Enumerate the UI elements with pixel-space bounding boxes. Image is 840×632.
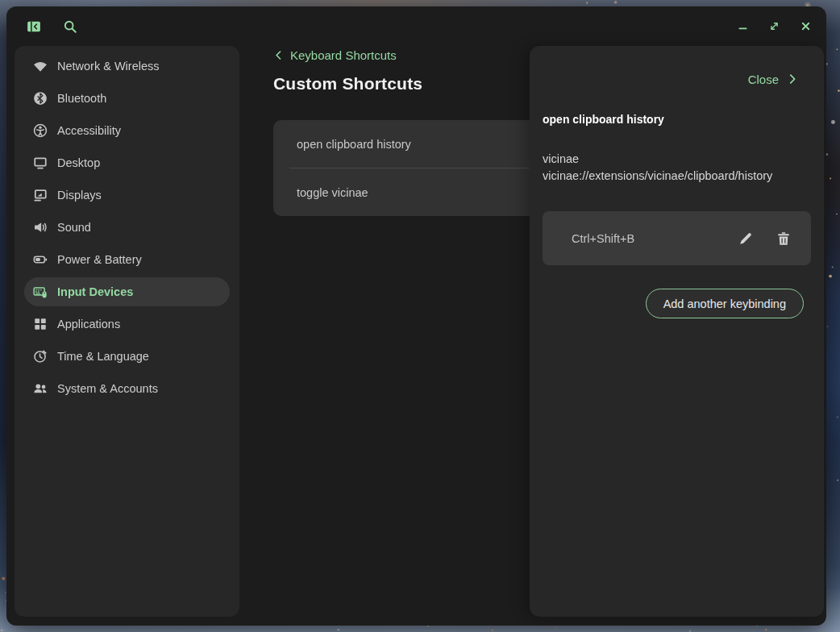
sound-icon (33, 220, 48, 235)
keybinding-row: Ctrl+Shift+B (543, 211, 811, 265)
drawer-close-button[interactable]: Close (543, 70, 798, 88)
search-icon[interactable] (63, 19, 77, 34)
edit-keybinding-button[interactable] (738, 231, 754, 247)
sidebar-item-label: Time & Language (57, 350, 149, 363)
add-keybinding-button[interactable]: Add another keybinding (646, 289, 804, 318)
displays-icon (33, 188, 48, 202)
sidebar-item-label: Sound (57, 221, 91, 234)
chevron-right-icon (787, 73, 798, 85)
sidebar-item-label: Applications (57, 318, 120, 331)
sidebar-item-power-battery[interactable]: Power & Battery (24, 245, 230, 274)
shortcut-row-label: toggle vicinae (297, 186, 368, 199)
main-content: Keyboard Shortcuts Custom Shortcuts open… (273, 46, 563, 216)
settings-window: Network & WirelessBluetoothAccessibility… (6, 6, 826, 626)
bluetooth-icon (33, 91, 48, 106)
sidebar-item-network-wireless[interactable]: Network & Wireless (24, 52, 230, 81)
delete-keybinding-button[interactable] (776, 231, 792, 247)
accessibility-icon (33, 123, 48, 138)
sidebar-item-time-language[interactable]: Time & Language (24, 342, 230, 371)
sidebar-item-label: Input Devices (57, 285, 133, 298)
apps-grid-icon (33, 317, 48, 331)
sidebar-item-displays[interactable]: Displays (24, 181, 230, 210)
sidebar-item-label: Accessibility (57, 124, 121, 137)
keyboard-icon (33, 285, 48, 299)
shortcut-command-text: vicinae vicinae://extensions/vicinae/cli… (543, 151, 797, 185)
sidebar-item-bluetooth[interactable]: Bluetooth (24, 84, 230, 113)
sidebar-item-label: Desktop (57, 156, 100, 169)
chevron-left-icon (273, 50, 284, 60)
shortcut-row-label: open clipboard history (297, 138, 411, 151)
desktop-icon (33, 156, 48, 170)
sidebar-item-sound[interactable]: Sound (24, 213, 230, 242)
sidebar-nav: Network & WirelessBluetoothAccessibility… (15, 46, 239, 617)
sidebar-item-desktop[interactable]: Desktop (24, 148, 230, 177)
sidebar-toggle-icon[interactable] (27, 19, 41, 34)
close-label: Close (748, 73, 779, 86)
sidebar-item-system-accounts[interactable]: System & Accounts (24, 374, 230, 403)
sidebar-item-label: Power & Battery (57, 253, 142, 266)
sidebar-item-label: System & Accounts (57, 382, 158, 395)
sidebar-item-label: Network & Wireless (57, 60, 160, 73)
pencil-icon (738, 231, 754, 247)
shortcut-row-toggle-vicinae[interactable]: toggle vicinae (273, 168, 555, 216)
minimize-button[interactable] (737, 20, 749, 32)
clock-icon (33, 349, 48, 364)
wifi-icon (33, 59, 48, 73)
sidebar-item-applications[interactable]: Applications (24, 310, 230, 339)
trash-icon (776, 231, 792, 247)
maximize-button[interactable] (768, 20, 780, 32)
shortcut-name-heading: open clipboard history (543, 113, 811, 126)
sidebar-item-input-devices[interactable]: Input Devices (24, 277, 230, 306)
close-button[interactable] (800, 20, 812, 32)
battery-icon (33, 252, 48, 267)
sidebar-item-label: Displays (57, 189, 102, 202)
breadcrumb-label: Keyboard Shortcuts (290, 48, 397, 62)
sidebar-item-label: Bluetooth (57, 92, 106, 105)
breadcrumb-back-link[interactable]: Keyboard Shortcuts (273, 48, 397, 62)
sidebar-item-accessibility[interactable]: Accessibility (24, 116, 230, 145)
shortcut-row-open-clipboard-history[interactable]: open clipboard history (273, 120, 555, 168)
titlebar[interactable] (6, 6, 826, 46)
page-title: Custom Shortcuts (273, 74, 563, 94)
context-drawer: Close open clipboard history vicinae vic… (530, 46, 824, 617)
keybinding-label: Ctrl+Shift+B (572, 232, 634, 245)
shortcut-list: open clipboard historytoggle vicinae (273, 120, 555, 216)
users-icon (33, 381, 48, 396)
